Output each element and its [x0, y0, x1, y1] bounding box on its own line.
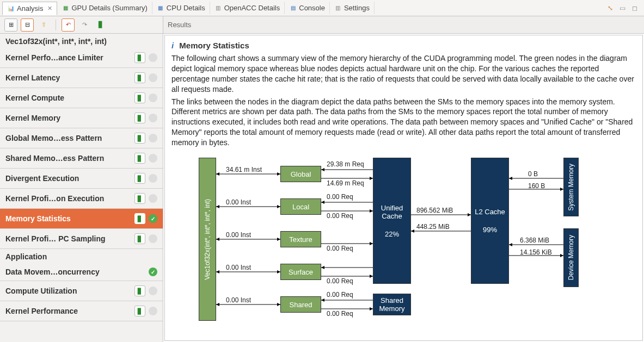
back-button[interactable]: ↶ — [62, 18, 75, 32]
node-shared: Shared — [280, 296, 321, 313]
label-uc-l2-top: 896.562 MiB — [416, 207, 453, 214]
chart-icon: 📊 — [7, 5, 15, 13]
sidebar-item-label: Kernel Profi…on Execution — [5, 194, 104, 203]
sidebar-item-label: Global Memo…ess Pattern — [5, 134, 102, 142]
tab-analysis[interactable]: 📊 Analysis ✕ — [2, 2, 57, 15]
node-system-memory: System Memory — [563, 158, 579, 216]
sidebar-item[interactable]: Kernel Performance▊ — [0, 301, 163, 321]
sidebar-item-label: Kernel Memory — [5, 114, 60, 122]
label-inst: 0.00 Inst — [226, 231, 251, 239]
item-actions: ▊ — [134, 92, 157, 103]
status-check-icon: ✓ — [149, 268, 157, 276]
maximize-icon[interactable]: ◻ — [632, 4, 637, 12]
chart-icon[interactable]: ▊ — [134, 113, 145, 123]
uc-name: Unified Cache — [373, 204, 410, 220]
tab-openacc[interactable]: ▥ OpenACC Details — [210, 2, 285, 14]
uc-pct: 22% — [385, 230, 399, 238]
node-local: Local — [280, 198, 321, 215]
tab-cpu-details[interactable]: ▦ CPU Details — [152, 2, 210, 14]
item-actions: ▊ — [134, 153, 157, 164]
chart-button[interactable]: ▊ — [94, 18, 107, 32]
sidebar-item-label: Kernel Latency — [5, 73, 60, 82]
chart-icon[interactable]: ▊ — [134, 306, 145, 316]
main-area: ⊞ ⊟ ⇧ ↶ ↷ ▊ Vec1of32x(int*, int*, int*, … — [0, 16, 644, 342]
sidebar-item-label: Compute Utilization — [5, 287, 77, 295]
item-actions: ▊✓ — [134, 213, 157, 224]
pane-title: i Memory Statistics — [171, 41, 636, 50]
item-actions: ▊ — [134, 72, 157, 83]
tab-gpu-details[interactable]: ▦ GPU Details (Summary) — [57, 2, 152, 14]
item-actions: ▊ — [134, 285, 157, 296]
status-check-icon — [149, 234, 157, 243]
results-pane: i Memory Statistics The following chart … — [164, 35, 643, 341]
sm-name: Shared Memory — [373, 296, 410, 313]
chart-icon[interactable]: ▊ — [134, 213, 145, 224]
panel-icon: ▥ — [214, 4, 222, 12]
console-icon: ▤ — [289, 4, 297, 12]
sidebar-item[interactable]: Global Memo…ess Pattern▊ — [0, 128, 163, 148]
kernel-label: Vec1of32x(int*, int*, int*, int) — [204, 199, 211, 280]
item-actions: ▊ — [134, 306, 157, 316]
node-l2-cache: L2 Cache 99% — [471, 158, 509, 284]
sidebar-item-label: Memory Statistics — [5, 214, 71, 223]
sidebar-item[interactable]: Kernel Profi… PC Sampling▊ — [0, 229, 163, 249]
expand-all-button[interactable]: ⊞ — [4, 18, 17, 32]
node-shared-memory: Shared Memory — [373, 294, 411, 315]
minimize-icon[interactable]: ▭ — [620, 4, 625, 12]
sidebar-item[interactable]: Kernel Compute▊ — [0, 88, 163, 108]
info-icon: i — [171, 41, 174, 50]
tab-label: CPU Details — [167, 4, 205, 12]
sidebar-item[interactable]: Kernel Latency▊ — [0, 68, 163, 88]
forward-button[interactable]: ↷ — [78, 18, 91, 32]
sidebar-item[interactable]: Compute Utilization▊ — [0, 281, 163, 301]
label-devmem-top: 6.368 MiB — [520, 237, 549, 244]
chart-icon[interactable]: ▊ — [134, 285, 145, 296]
chart-icon[interactable]: ▊ — [134, 133, 145, 144]
label-req-bot: 0.00 Req — [327, 245, 353, 252]
chart-icon[interactable]: ▊ — [134, 193, 145, 204]
tab-label: GPU Details (Summary) — [71, 4, 147, 12]
up-button[interactable]: ⇧ — [37, 18, 50, 32]
tab-label: OpenACC Details — [224, 4, 280, 12]
chart-icon[interactable]: ▊ — [134, 92, 145, 103]
status-check-icon: ✓ — [149, 214, 157, 223]
item-actions: ▊ — [134, 52, 157, 63]
status-check-icon — [149, 174, 157, 183]
close-icon[interactable]: ✕ — [47, 5, 52, 12]
sidebar-item[interactable]: Kernel Profi…on Execution▊ — [0, 189, 163, 209]
status-check-icon — [149, 307, 157, 315]
node-surface: Surface — [280, 264, 321, 280]
chart-icon[interactable]: ▊ — [134, 52, 145, 63]
title-text: Memory Statistics — [179, 41, 249, 50]
status-check-icon — [149, 287, 157, 295]
sidebar-item[interactable]: Shared Memo…ess Pattern▊ — [0, 148, 163, 169]
sidebar-toolbar: ⊞ ⊟ ⇧ ↶ ↷ ▊ — [0, 16, 163, 34]
status-check-icon — [149, 194, 157, 203]
label-inst: 34.61 m Inst — [226, 166, 262, 173]
sidebar-item-label: Kernel Compute — [5, 94, 64, 102]
tab-console[interactable]: ▤ Console — [285, 2, 330, 14]
sidebar-item[interactable]: Kernel Perfo…ance Limiter▊ — [0, 48, 163, 68]
item-actions: ▊ — [134, 173, 157, 184]
collapse-all-button[interactable]: ⊟ — [21, 18, 34, 32]
sidebar-item[interactable]: Memory Statistics▊✓ — [0, 209, 163, 229]
results-label: Results — [168, 21, 191, 29]
chart-icon[interactable]: ▊ — [134, 233, 145, 244]
sidebar-item[interactable]: Kernel Memory▊ — [0, 108, 163, 128]
description-2: The links between the nodes in the diagr… — [171, 97, 636, 148]
sidebar-item-label: Shared Memo…ess Pattern — [5, 154, 104, 163]
chart-icon[interactable]: ▊ — [134, 153, 145, 164]
tab-label: Console — [299, 4, 325, 12]
orient-icon[interactable]: ⤡ — [608, 4, 613, 12]
status-check-icon — [149, 73, 157, 82]
label-inst: 0.00 Inst — [226, 296, 251, 304]
sidebar-item[interactable]: Data Movem…oncurrency✓ — [0, 263, 163, 281]
sidebar-item[interactable]: Divergent Execution▊ — [0, 169, 163, 189]
label-req-bot: 0.00 Req — [327, 310, 353, 318]
chart-icon[interactable]: ▊ — [134, 72, 145, 83]
label-req-bot: 0.00 Req — [327, 212, 353, 220]
status-check-icon — [149, 154, 157, 163]
tab-settings[interactable]: ▥ Settings — [330, 2, 375, 14]
chart-icon[interactable]: ▊ — [134, 173, 145, 184]
sidebar: ⊞ ⊟ ⇧ ↶ ↷ ▊ Vec1of32x(int*, int*, int*, … — [0, 16, 163, 342]
